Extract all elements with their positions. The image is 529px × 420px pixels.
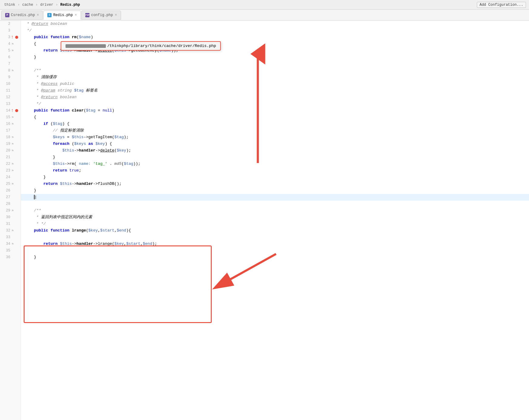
- gutter-row-32: 32 ⚑: [0, 227, 21, 234]
- code-line-27: |: [21, 194, 529, 201]
- breakpoint-arrow-1: ↑: [11, 35, 14, 40]
- tab-config-close[interactable]: ×: [115, 13, 117, 17]
- down-left-arrow-svg: [212, 251, 279, 293]
- gutter-row-30: 30: [0, 214, 21, 221]
- blurred-path: ███████████████████: [66, 44, 106, 48]
- tab-config-label: config.php: [91, 13, 113, 17]
- gutter-row-21: 21: [0, 154, 21, 161]
- tab-csredis[interactable]: P Csredis.php ×: [1, 11, 43, 20]
- breakpoint-arrow-2: ↑: [11, 108, 14, 113]
- code-line-29: /**: [21, 207, 529, 214]
- gutter-row-25: 25 ⚑: [0, 181, 21, 187]
- code-line-12: * @return boolean: [21, 94, 529, 101]
- tab-redis-label: Redis.php: [53, 13, 73, 17]
- gutter-row-10: 10: [0, 81, 21, 87]
- tab-csredis-label: Csredis.php: [11, 13, 35, 17]
- line-gutter: 2 3 3 ↑ 4 ⚑ 5 ⚑ 6 7 8: [0, 21, 21, 420]
- code-line-33: [21, 234, 529, 241]
- path-tooltip: ███████████████████ /thinkphp/library/th…: [61, 41, 221, 51]
- gutter-row-36: 36: [0, 254, 21, 261]
- code-line-3b: public function rm($name): [21, 34, 529, 41]
- code-line-11: * @param string $tag 标签名: [21, 87, 529, 94]
- gutter-row-24: 24: [0, 174, 21, 181]
- gutter-row-16: 16 ⚑: [0, 121, 21, 127]
- editor-area: ███████████████████ /thinkphp/library/th…: [0, 21, 529, 420]
- code-line-34: return $this->handler->lrange($key,$star…: [21, 241, 529, 247]
- gutter-row-18: 18 ⚑: [0, 134, 21, 141]
- code-line-23: return true;: [21, 167, 529, 174]
- gutter-row-9: 9: [0, 74, 21, 81]
- code-line-26: }: [21, 187, 529, 194]
- code-line-8: /**: [21, 67, 529, 74]
- tab-config[interactable]: PHP config.php ×: [81, 11, 121, 20]
- breadcrumb-think[interactable]: think: [4, 3, 15, 7]
- breadcrumb-file[interactable]: Redis.php: [60, 3, 80, 7]
- gutter-row-20: 20 ⚑: [0, 147, 21, 154]
- gutter-row-26: 26: [0, 187, 21, 194]
- code-line-9: * 清除缓存: [21, 74, 529, 81]
- tab-redis[interactable]: C Redis.php ×: [43, 11, 81, 20]
- code-line-14: public function clear($tag = null): [21, 107, 529, 114]
- arrow-up: [249, 51, 267, 167]
- gutter-row-14: 14 ↑: [0, 107, 21, 114]
- c-icon: C: [47, 13, 52, 17]
- code-content[interactable]: * @return boolean */ public function rm(…: [21, 21, 529, 420]
- gutter-row-4: 4 ⚑: [0, 41, 21, 47]
- gutter-row-35: 35: [0, 247, 21, 254]
- gutter-row-11: 11: [0, 87, 21, 94]
- gutter-row-6: 6: [0, 54, 21, 61]
- php-icon: P: [5, 13, 9, 17]
- code-line-32: public function lrange($key,$start,$end)…: [21, 227, 529, 234]
- gutter-row-22: 22 ⚑: [0, 161, 21, 167]
- gutter-row-17: 17: [0, 127, 21, 134]
- gutter-row-33: 33: [0, 234, 21, 241]
- gutter-row-31: 31: [0, 221, 21, 227]
- code-line-2: * @return boolean: [21, 21, 529, 27]
- code-line-22: $this->rm( name: 'tag_' . md5($tag));: [21, 161, 529, 167]
- code-line-19: foreach ($keys as $key) {: [21, 141, 529, 147]
- gutter-row-29: 29 ⚑: [0, 207, 21, 214]
- code-line-18: $keys = $this->getTagItem($tag);: [21, 134, 529, 141]
- gutter-row-15: 15 ⚑: [0, 114, 21, 121]
- gutter-row-7: 7: [0, 61, 21, 67]
- gutter-row-23: 23 ⚑: [0, 167, 21, 174]
- path-tooltip-text: /thinkphp/library/think/cache/driver/Red…: [107, 44, 216, 48]
- add-config-button[interactable]: Add Configuration...: [477, 2, 526, 8]
- tab-bar: P Csredis.php × C Redis.php × PHP config…: [0, 10, 529, 21]
- gutter-row-3a: 3: [0, 27, 21, 34]
- breakpoint-2[interactable]: [15, 109, 18, 112]
- gutter-row-34: 34 ⚑: [0, 241, 21, 247]
- code-line-20: $this->handler->delete($key);: [21, 147, 529, 154]
- code-line-17: // 指定标签清除: [21, 127, 529, 134]
- code-line-3a: */: [21, 27, 529, 34]
- code-line-15: {: [21, 114, 529, 121]
- code-line-31: * */: [21, 221, 529, 227]
- code-line-24: }: [21, 174, 529, 181]
- gutter-row-28: 28: [0, 201, 21, 207]
- code-line-13: */: [21, 101, 529, 107]
- gutter-row-19: 19 ⚑: [0, 141, 21, 147]
- code-line-28: [21, 201, 529, 207]
- tab-csredis-close[interactable]: ×: [37, 13, 39, 17]
- gutter-row-5: 5 ⚑: [0, 47, 21, 54]
- breakpoint-1[interactable]: [15, 36, 18, 39]
- code-line-10: * @access public: [21, 81, 529, 87]
- arrow-down-left: [212, 251, 279, 295]
- breadcrumb-cache[interactable]: cache: [22, 3, 33, 7]
- gutter-row-27: 27: [0, 194, 21, 201]
- gutter-row-3b: 3 ↑: [0, 34, 21, 41]
- tab-redis-close[interactable]: ×: [75, 13, 77, 17]
- code-line-25: return $this->handler->flushDB();: [21, 181, 529, 187]
- code-line-21: }: [21, 154, 529, 161]
- breadcrumb-driver[interactable]: driver: [40, 3, 53, 7]
- code-line-30: * 返回列表中指定区间内的元素: [21, 214, 529, 221]
- gutter-row-8: 8 ⚑: [0, 67, 21, 74]
- svg-line-3: [221, 254, 276, 284]
- gutter-row-13: 13: [0, 101, 21, 107]
- code-line-16: if ($tag) {: [21, 121, 529, 127]
- tab-config-icon: PHP: [85, 13, 89, 17]
- up-arrow-svg: [249, 51, 267, 166]
- gutter-row-12: 12: [0, 94, 21, 101]
- breadcrumb-bar: think › cache › driver › Redis.php Add C…: [0, 0, 529, 10]
- gutter-row-2: 2: [0, 21, 21, 27]
